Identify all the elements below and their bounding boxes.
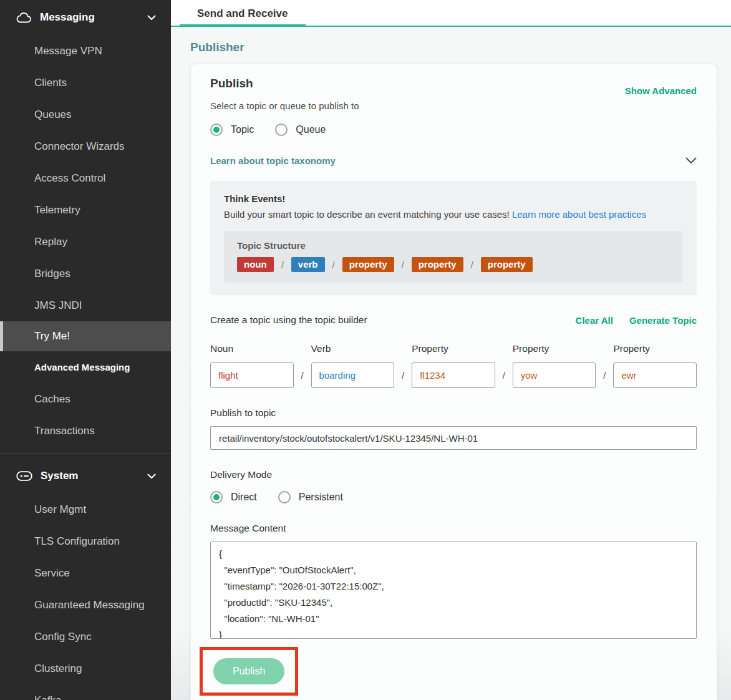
chevron-down-icon[interactable] xyxy=(685,157,697,164)
think-events-panel: Think Events! Build your smart topic to … xyxy=(210,181,697,295)
publish-subtitle: Select a topic or queue to publish to xyxy=(210,100,697,111)
generate-topic-link[interactable]: Generate Topic xyxy=(629,315,697,326)
sidebar-item-advanced-messaging[interactable]: Advanced Messaging xyxy=(0,351,171,383)
destination-radio-group: Topic Queue xyxy=(210,124,697,136)
best-practices-link[interactable]: Learn more about best practices xyxy=(512,209,646,220)
delivery-mode-label: Delivery Mode xyxy=(210,469,697,480)
publish-card: Publish Show Advanced Select a topic or … xyxy=(190,64,717,700)
learn-topic-taxonomy-link[interactable]: Learn about topic taxonomy xyxy=(210,155,336,166)
topic-builder-title: Create a topic using the topic builder xyxy=(210,314,367,326)
clear-all-link[interactable]: Clear All xyxy=(576,315,613,326)
sidebar-section-system[interactable]: System xyxy=(0,459,171,493)
think-events-title: Think Events! xyxy=(224,193,683,204)
publish-button[interactable]: Publish xyxy=(213,658,284,684)
publish-card-title: Publish xyxy=(210,77,253,90)
property-badge: property xyxy=(342,257,394,272)
sidebar-item-clustering[interactable]: Clustering xyxy=(0,653,171,684)
persistent-radio[interactable] xyxy=(278,491,291,503)
queue-radio-label[interactable]: Queue xyxy=(296,124,326,135)
slash-separator: / xyxy=(495,343,513,388)
queue-radio[interactable] xyxy=(275,124,288,136)
sidebar-item-replay[interactable]: Replay xyxy=(0,226,171,258)
sidebar-item-config-sync[interactable]: Config Sync xyxy=(0,621,171,653)
sidebar-item-clients[interactable]: Clients xyxy=(0,67,171,99)
slash-separator: / xyxy=(471,260,473,270)
sidebar-item-tls-configuration[interactable]: TLS Configuration xyxy=(0,525,171,557)
sidebar-item-telemetry[interactable]: Telemetry xyxy=(0,194,171,226)
slash-separator: / xyxy=(402,260,404,270)
noun-badge: noun xyxy=(237,257,274,272)
slash-separator: / xyxy=(596,343,613,388)
sidebar-item-guaranteed-messaging[interactable]: Guaranteed Messaging xyxy=(0,589,171,621)
tab-bar: Send and Receive xyxy=(171,0,731,27)
noun-input[interactable] xyxy=(210,362,294,388)
sidebar-section-messaging[interactable]: Messaging xyxy=(0,0,171,35)
sidebar-item-transactions[interactable]: Transactions xyxy=(0,415,171,447)
system-icon xyxy=(16,471,32,481)
think-events-text: Build your smart topic to describe an ev… xyxy=(224,209,510,220)
sidebar-section-label: System xyxy=(41,470,78,482)
property-badge: property xyxy=(412,257,463,272)
sidebar-item-caches[interactable]: Caches xyxy=(0,383,171,415)
direct-radio[interactable] xyxy=(210,491,223,503)
persistent-radio-label[interactable]: Persistent xyxy=(299,492,343,503)
sidebar-item-try-me[interactable]: Try Me! xyxy=(0,321,171,351)
property-field-label: Property xyxy=(513,343,596,354)
content-area: Publisher Publish Show Advanced Select a… xyxy=(171,27,731,700)
red-highlight-annotation: Publish xyxy=(200,647,298,696)
sidebar-section-label: Messaging xyxy=(40,11,95,24)
property-1-input[interactable] xyxy=(412,362,495,388)
slash-separator: / xyxy=(332,260,335,270)
direct-radio-label[interactable]: Direct xyxy=(231,492,257,503)
topic-radio[interactable] xyxy=(210,124,223,136)
noun-field-label: Noun xyxy=(210,343,294,354)
slash-separator: / xyxy=(294,343,311,388)
topic-builder-fields: Noun / Verb / Property / Prop xyxy=(210,343,697,388)
message-content-textarea[interactable]: { "eventType": "OutOfStockAlert", "times… xyxy=(210,542,697,639)
sidebar-item-kafka[interactable]: Kafka xyxy=(0,684,171,700)
topic-radio-label[interactable]: Topic xyxy=(231,124,254,135)
publisher-section-title: Publisher xyxy=(190,41,717,54)
property-badge: property xyxy=(481,257,533,272)
message-content-label: Message Content xyxy=(210,523,697,534)
chevron-down-icon xyxy=(147,474,156,479)
sidebar-item-queues[interactable]: Queues xyxy=(0,99,171,130)
sidebar-item-service[interactable]: Service xyxy=(0,557,171,589)
topic-structure-panel: Topic Structure noun / verb / property /… xyxy=(224,231,683,283)
chevron-down-icon xyxy=(147,15,156,21)
cloud-icon xyxy=(16,12,32,23)
show-advanced-link[interactable]: Show Advanced xyxy=(625,85,697,96)
sidebar-divider xyxy=(0,453,171,454)
sidebar: Messaging Message VPN Clients Queues Con… xyxy=(0,0,171,700)
topic-structure-badges: noun / verb / property / property / prop… xyxy=(237,257,670,272)
delivery-mode-radio-group: Direct Persistent xyxy=(210,491,697,503)
property-field-label: Property xyxy=(412,343,495,354)
sidebar-item-bridges[interactable]: Bridges xyxy=(0,258,171,289)
app: Messaging Message VPN Clients Queues Con… xyxy=(0,0,731,700)
verb-field-label: Verb xyxy=(311,343,395,354)
publish-to-topic-label: Publish to topic xyxy=(210,407,697,419)
main-area: Send and Receive Publisher Publish Show … xyxy=(171,0,731,700)
sidebar-item-access-control[interactable]: Access Control xyxy=(0,162,171,194)
sidebar-item-jms-jndi[interactable]: JMS JNDI xyxy=(0,289,171,321)
tab-send-and-receive[interactable]: Send and Receive xyxy=(180,0,306,27)
verb-badge: verb xyxy=(291,257,325,272)
property-2-input[interactable] xyxy=(513,362,596,388)
slash-separator: / xyxy=(281,260,284,270)
topic-structure-title: Topic Structure xyxy=(237,240,670,251)
publish-to-topic-input[interactable] xyxy=(210,426,697,450)
verb-input[interactable] xyxy=(311,362,395,388)
property-3-input[interactable] xyxy=(613,362,697,388)
slash-separator: / xyxy=(394,343,412,388)
sidebar-item-message-vpn[interactable]: Message VPN xyxy=(0,35,171,67)
sidebar-item-connector-wizards[interactable]: Connector Wizards xyxy=(0,130,171,162)
property-field-label: Property xyxy=(613,343,697,354)
sidebar-item-user-mgmt[interactable]: User Mgmt xyxy=(0,493,171,525)
